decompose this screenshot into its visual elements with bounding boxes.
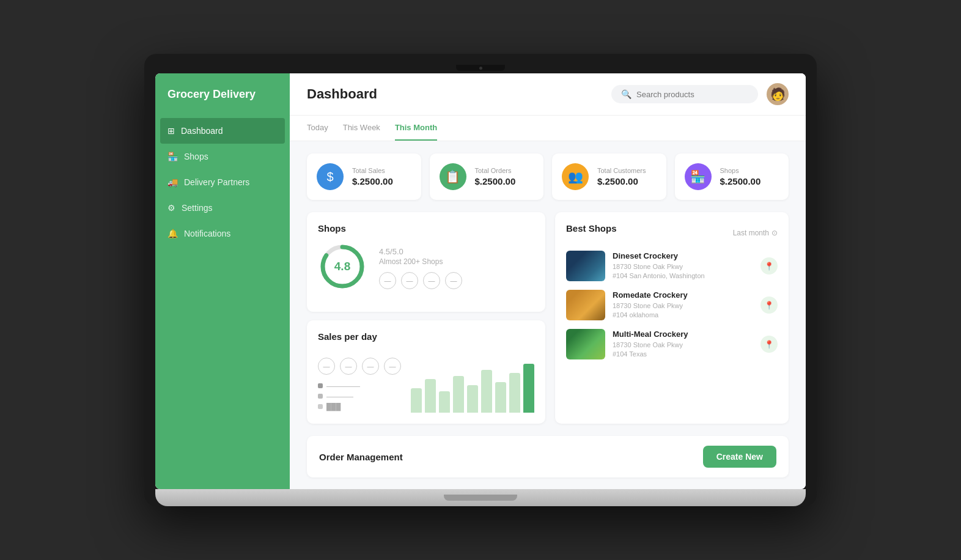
rating-donut: 4.8 xyxy=(318,242,367,291)
stat-card-total-sales: $ Total Sales $.2500.00 xyxy=(307,153,421,200)
sales-icon-2: — xyxy=(340,358,357,375)
bar-7 xyxy=(509,373,520,413)
sidebar-item-settings[interactable]: ⚙ Settings xyxy=(155,195,290,221)
total-sales-value: $.2500.00 xyxy=(352,176,393,186)
shops-panel-title: Shops xyxy=(318,223,534,234)
legend-item-3: ███ xyxy=(318,403,401,410)
shop-loc-icon-3[interactable]: 📍 xyxy=(760,336,778,353)
total-orders-label: Total Orders xyxy=(475,167,516,174)
bar-4 xyxy=(467,385,478,413)
rating-icon-4: — xyxy=(445,272,462,289)
sidebar-item-shops[interactable]: 🏪 Shops xyxy=(155,144,290,169)
shops-icon: 🏪 xyxy=(168,152,178,161)
stat-cards: $ Total Sales $.2500.00 📋 Total Orders $… xyxy=(307,153,789,200)
shops-stat-value: $.2500.00 xyxy=(720,176,761,186)
legend-item-2: ———— xyxy=(318,392,401,400)
bar-3 xyxy=(453,376,464,413)
sales-panel: Sales per day — — — — xyxy=(307,320,545,424)
stat-card-shops: 🏪 Shops $.2500.00 xyxy=(675,153,789,200)
shop-item-2: Romedate Crockery 18730 Stone Oak Pkwy #… xyxy=(566,290,778,320)
sales-panel-title: Sales per day xyxy=(318,331,377,342)
main-content: Dashboard 🔍 🧑 Today This Week This Month xyxy=(290,73,806,489)
sales-filter-icons: — — — — xyxy=(318,358,401,375)
legend-item-1: ————— xyxy=(318,382,401,389)
last-month-filter[interactable]: Last month ⊙ xyxy=(733,229,778,237)
sidebar-item-notifications[interactable]: 🔔 Notifications xyxy=(155,221,290,246)
shop-addr-2: 18730 Stone Oak Pkwy #104 oklahoma xyxy=(613,301,753,320)
lower-grid: Shops 4.8 xyxy=(307,212,789,424)
shop-item-3: Multi-Meal Crockery 18730 Stone Oak Pkwy… xyxy=(566,329,778,359)
rating-icon-1: — xyxy=(379,272,396,289)
search-bar[interactable]: 🔍 xyxy=(611,85,758,103)
total-orders-icon: 📋 xyxy=(440,163,466,190)
search-icon: 🔍 xyxy=(621,89,631,99)
sales-legend: ————— ———— ███ xyxy=(318,382,401,410)
shops-stat-label: Shops xyxy=(720,167,761,174)
shop-name-2: Romedate Crockery xyxy=(613,290,753,300)
rating-icon-2: — xyxy=(401,272,418,289)
create-new-button[interactable]: Create New xyxy=(703,446,776,468)
tab-today[interactable]: Today xyxy=(307,116,328,141)
settings-icon: ⚙ xyxy=(168,203,175,213)
bar-6 xyxy=(495,382,506,413)
bar-0 xyxy=(411,388,422,413)
notifications-icon: 🔔 xyxy=(168,229,178,238)
sidebar: Grocery Delivery ⊞ Dashboard 🏪 Shops 🚚 D… xyxy=(155,73,290,489)
shop-thumb-2 xyxy=(566,290,605,320)
search-input[interactable] xyxy=(636,90,748,99)
stat-card-total-orders: 📋 Total Orders $.2500.00 xyxy=(430,153,544,200)
order-management-title: Order Management xyxy=(319,452,403,462)
shop-loc-icon-2[interactable]: 📍 xyxy=(760,297,778,314)
best-shops-title: Best Shops xyxy=(566,223,617,234)
bar-5 xyxy=(481,370,492,413)
content-area: $ Total Sales $.2500.00 📋 Total Orders $… xyxy=(290,141,806,489)
page-title: Dashboard xyxy=(307,86,377,102)
rating-icons: — — — — xyxy=(379,272,462,289)
total-customers-value: $.2500.00 xyxy=(597,176,646,186)
shops-panel: Shops 4.8 xyxy=(307,212,545,312)
dashboard-icon: ⊞ xyxy=(168,126,175,136)
tab-this-week[interactable]: This Week xyxy=(343,116,380,141)
avatar[interactable]: 🧑 xyxy=(767,83,789,105)
rating-donut-value: 4.8 xyxy=(334,260,350,273)
total-sales-icon: $ xyxy=(317,163,344,190)
shop-addr-1: 18730 Stone Oak Pkwy #104 San Antonio, W… xyxy=(613,262,753,281)
total-sales-label: Total Sales xyxy=(352,167,393,174)
order-management-bar: Order Management Create New xyxy=(307,436,789,477)
bar-1 xyxy=(425,379,436,413)
best-shops-panel: Best Shops Last month ⊙ Dineset Crockery xyxy=(555,212,789,424)
bar-8 xyxy=(523,364,534,413)
app-logo: Grocery Delivery xyxy=(155,88,290,118)
shop-name-3: Multi-Meal Crockery xyxy=(613,330,753,339)
header-right: 🔍 🧑 xyxy=(611,83,789,105)
rating-score: 4.5/5.0 xyxy=(379,245,462,257)
shops-stat-icon: 🏪 xyxy=(685,163,712,190)
bar-chart xyxy=(411,364,534,413)
sidebar-item-delivery-partners[interactable]: 🚚 Delivery Partners xyxy=(155,169,290,195)
shop-name-1: Dineset Crockery xyxy=(613,251,753,260)
total-customers-label: Total Customers xyxy=(597,167,646,174)
sales-icon-3: — xyxy=(362,358,379,375)
bar-2 xyxy=(439,391,450,413)
sidebar-item-dashboard[interactable]: ⊞ Dashboard xyxy=(160,118,285,144)
total-orders-value: $.2500.00 xyxy=(475,176,516,186)
sales-icon-1: — xyxy=(318,358,335,375)
shops-rating-row: 4.8 4.5/5.0 Almost 200+ Shops — xyxy=(318,242,534,291)
shop-addr-3: 18730 Stone Oak Pkwy #104 Texas xyxy=(613,341,753,359)
delivery-icon: 🚚 xyxy=(168,177,178,187)
shop-thumb-1 xyxy=(566,251,605,281)
rating-icon-3: — xyxy=(423,272,440,289)
rating-sub: Almost 200+ Shops xyxy=(379,257,462,266)
tab-this-month[interactable]: This Month xyxy=(395,116,437,141)
header: Dashboard 🔍 🧑 xyxy=(290,73,806,116)
shop-loc-icon-1[interactable]: 📍 xyxy=(760,257,778,274)
shop-item-1: Dineset Crockery 18730 Stone Oak Pkwy #1… xyxy=(566,251,778,281)
stat-card-total-customers: 👥 Total Customers $.2500.00 xyxy=(552,153,666,200)
chevron-down-icon: ⊙ xyxy=(771,229,778,237)
total-customers-icon: 👥 xyxy=(562,163,589,190)
shop-thumb-3 xyxy=(566,329,605,359)
tabs-bar: Today This Week This Month xyxy=(290,116,806,141)
sales-icon-4: — xyxy=(384,358,401,375)
